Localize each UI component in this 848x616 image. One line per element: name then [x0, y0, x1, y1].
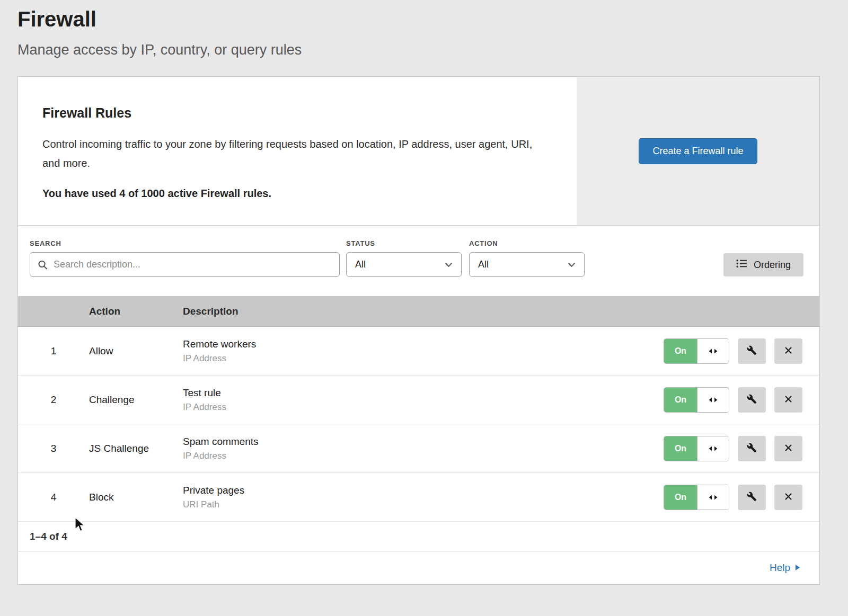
create-rule-panel: Create a Firewall rule	[577, 77, 819, 225]
rule-field-type: IP Address	[183, 402, 664, 413]
firewall-page: Firewall Manage access by IP, country, o…	[0, 0, 848, 585]
rule-description-cell: Spam comments IP Address	[183, 436, 664, 461]
table-row: 4 Block Private pages URI Path On	[18, 473, 819, 522]
rule-toggle[interactable]: On	[664, 436, 729, 461]
ordered-list-icon	[736, 259, 747, 271]
rule-controls: On	[664, 485, 819, 510]
wrench-icon	[747, 394, 757, 406]
ordering-button[interactable]: Ordering	[723, 253, 803, 276]
pagination-text: 1–4 of 4	[18, 522, 819, 551]
wrench-icon	[747, 492, 757, 503]
toggle-on-label: On	[664, 436, 697, 461]
toggle-on-label: On	[664, 485, 697, 510]
delete-rule-button[interactable]	[774, 387, 802, 413]
rule-description: Private pages	[183, 485, 664, 496]
toggle-on-label: On	[664, 388, 697, 412]
search-input-wrap	[30, 252, 340, 277]
section-description: Control incoming traffic to your zone by…	[42, 135, 545, 173]
create-firewall-rule-button[interactable]: Create a Firewall rule	[639, 138, 757, 164]
search-filter: SEARCH	[30, 239, 340, 277]
rule-number: 2	[18, 394, 89, 406]
left-right-arrows-icon	[697, 485, 729, 510]
edit-rule-button[interactable]	[738, 387, 766, 413]
help-link-label: Help	[770, 562, 790, 574]
chevron-down-icon	[445, 259, 453, 270]
section-heading: Firewall Rules	[42, 105, 545, 121]
action-select[interactable]: All	[469, 252, 585, 277]
column-header-description: Description	[183, 306, 802, 317]
rule-controls: On	[664, 338, 819, 364]
rule-action: Block	[89, 492, 183, 503]
edit-rule-button[interactable]	[738, 485, 766, 510]
rule-controls: On	[664, 387, 819, 413]
rule-controls: On	[664, 436, 819, 461]
card-footer: Help	[18, 551, 819, 584]
help-link[interactable]: Help	[770, 562, 800, 574]
rule-description: Test rule	[183, 387, 664, 399]
rule-description: Spam comments	[183, 436, 664, 448]
rule-action: Allow	[89, 345, 183, 357]
rule-description-cell: Test rule IP Address	[183, 387, 664, 413]
rule-description-cell: Remote workers IP Address	[183, 338, 664, 364]
delete-rule-button[interactable]	[774, 338, 802, 364]
toggle-on-label: On	[664, 339, 697, 363]
rule-action: Challenge	[89, 394, 183, 406]
filters-bar: SEARCH STATUS All ACTION	[18, 226, 819, 296]
rule-field-type: IP Address	[183, 451, 664, 461]
close-icon	[784, 346, 793, 356]
rule-field-type: IP Address	[183, 353, 664, 364]
rule-toggle[interactable]: On	[664, 338, 729, 364]
status-select[interactable]: All	[346, 252, 462, 277]
page-subtitle: Manage access by IP, country, or query r…	[17, 42, 820, 58]
ordering-button-label: Ordering	[754, 260, 791, 271]
action-filter: ACTION All	[469, 239, 585, 277]
action-label: ACTION	[469, 239, 585, 247]
edit-rule-button[interactable]	[738, 436, 766, 461]
page-title: Firewall	[17, 7, 820, 31]
search-input[interactable]	[30, 252, 340, 277]
left-right-arrows-icon	[697, 339, 729, 363]
delete-rule-button[interactable]	[774, 485, 802, 510]
rule-toggle[interactable]: On	[664, 387, 729, 413]
rules-intro-text: Firewall Rules Control incoming traffic …	[18, 77, 577, 225]
left-right-arrows-icon	[697, 436, 729, 461]
search-icon	[38, 260, 48, 270]
firewall-rules-card: Firewall Rules Control incoming traffic …	[17, 76, 820, 585]
close-icon	[784, 395, 793, 405]
triangle-right-icon	[795, 562, 800, 574]
close-icon	[784, 492, 793, 503]
rule-number: 1	[18, 345, 89, 357]
rule-number: 3	[18, 443, 89, 454]
delete-rule-button[interactable]	[774, 436, 802, 461]
usage-text: You have used 4 of 1000 active Firewall …	[42, 188, 545, 200]
table-row: 1 Allow Remote workers IP Address On	[18, 327, 819, 376]
rules-intro-section: Firewall Rules Control incoming traffic …	[18, 77, 819, 226]
chevron-down-icon	[568, 259, 576, 270]
rule-field-type: URI Path	[183, 499, 664, 510]
status-label: STATUS	[346, 239, 462, 247]
rule-toggle[interactable]: On	[664, 485, 729, 510]
search-label: SEARCH	[30, 239, 340, 247]
edit-rule-button[interactable]	[738, 338, 766, 364]
rule-action: JS Challenge	[89, 443, 183, 454]
rule-number: 4	[18, 492, 89, 503]
action-select-value: All	[478, 259, 489, 270]
rule-description-cell: Private pages URI Path	[183, 485, 664, 510]
column-header-action: Action	[89, 306, 183, 317]
wrench-icon	[747, 345, 757, 357]
rule-description: Remote workers	[183, 338, 664, 350]
table-row: 3 JS Challenge Spam comments IP Address …	[18, 424, 819, 473]
wrench-icon	[747, 443, 757, 454]
status-filter: STATUS All	[346, 239, 462, 277]
close-icon	[784, 443, 793, 454]
table-row: 2 Challenge Test rule IP Address On	[18, 376, 819, 424]
status-select-value: All	[355, 259, 366, 270]
left-right-arrows-icon	[697, 388, 729, 412]
table-header: Action Description	[18, 296, 819, 327]
